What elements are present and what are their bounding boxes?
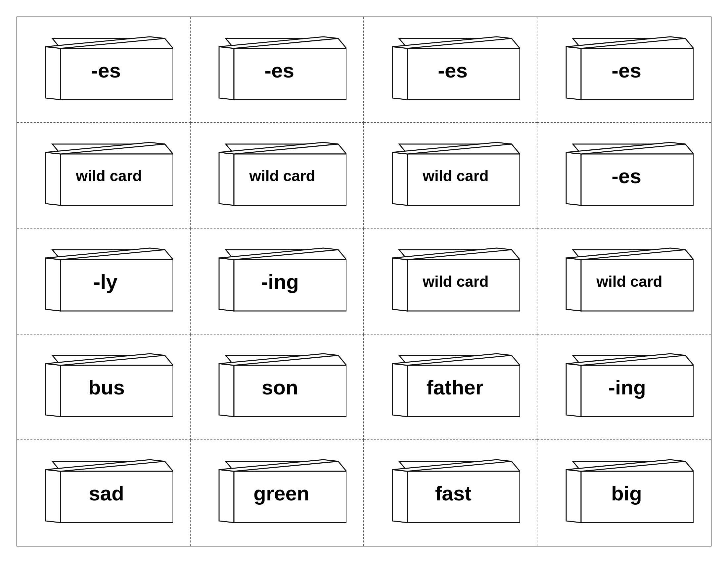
svg-marker-33 <box>46 258 61 311</box>
brick-label: big <box>611 482 642 505</box>
svg-marker-41 <box>392 258 407 311</box>
grid-cell-r5c1: sad <box>17 440 191 546</box>
svg-marker-21 <box>219 152 234 205</box>
brick-label: father <box>427 376 483 399</box>
brick-shape: -es <box>34 33 173 106</box>
brick-label: -es <box>91 59 121 82</box>
grid-cell-r3c1: -ly <box>17 228 191 334</box>
grid-cell-r4c2: son <box>191 335 364 440</box>
card-grid: -es -es <box>17 17 711 546</box>
svg-marker-37 <box>219 258 234 311</box>
brick-label: son <box>262 376 298 399</box>
brick-label: -es <box>612 164 641 188</box>
brick-shape: -es <box>555 33 694 106</box>
brick-label: wild card <box>76 167 142 185</box>
grid-cell-r3c4: wild card <box>537 228 711 334</box>
brick-label: wild card <box>423 167 488 185</box>
grid-cell-r1c1: -es <box>17 17 191 123</box>
grid-cell-r2c4: -es <box>537 123 711 228</box>
svg-marker-65 <box>46 470 61 523</box>
grid-cell-r1c2: -es <box>191 17 364 123</box>
brick-wrapper: -es <box>24 24 183 116</box>
brick-label: -es <box>438 59 468 82</box>
brick-shape: bus <box>34 351 173 423</box>
brick-label: -es <box>612 59 641 82</box>
brick-shape: son <box>207 351 346 423</box>
grid-cell-r5c2: green <box>191 440 364 546</box>
svg-marker-69 <box>219 470 234 523</box>
brick-wrapper: wild card <box>544 235 704 327</box>
grid-cell-r5c3: fast <box>364 440 537 546</box>
brick-wrapper: wild card <box>371 235 530 327</box>
brick-wrapper: bus <box>24 341 183 433</box>
brick-wrapper: green <box>197 447 357 539</box>
svg-marker-1 <box>46 47 61 100</box>
svg-marker-45 <box>566 258 581 311</box>
brick-shape: -es <box>207 33 346 106</box>
brick-shape: wild card <box>207 139 346 212</box>
svg-marker-73 <box>392 470 407 523</box>
brick-label: -ing <box>261 270 299 294</box>
svg-marker-77 <box>566 470 581 523</box>
brick-shape: -ing <box>207 245 346 318</box>
grid-cell-r2c3: wild card <box>364 123 537 228</box>
grid-cell-r1c4: -es <box>537 17 711 123</box>
brick-label: sad <box>89 482 124 505</box>
grid-cell-r4c1: bus <box>17 335 191 440</box>
svg-marker-29 <box>566 152 581 205</box>
brick-wrapper: fast <box>371 447 530 539</box>
brick-shape: big <box>555 456 694 529</box>
brick-shape: wild card <box>555 245 694 318</box>
svg-marker-17 <box>46 152 61 205</box>
svg-marker-57 <box>392 364 407 417</box>
brick-wrapper: -es <box>371 24 530 116</box>
brick-label: bus <box>88 376 125 399</box>
brick-shape: -es <box>555 139 694 212</box>
brick-label: wild card <box>596 272 662 291</box>
grid-cell-r2c1: wild card <box>17 123 191 228</box>
brick-wrapper: -ing <box>197 235 357 327</box>
brick-shape: green <box>207 456 346 529</box>
svg-marker-49 <box>46 364 61 417</box>
brick-label: fast <box>435 482 472 505</box>
brick-label: green <box>253 482 309 505</box>
grid-cell-r4c3: father <box>364 335 537 440</box>
brick-wrapper: big <box>544 447 704 539</box>
brick-shape: wild card <box>34 139 173 212</box>
brick-label: -ly <box>94 270 117 294</box>
brick-shape: wild card <box>381 139 520 212</box>
grid-cell-r4c4: -ing <box>537 335 711 440</box>
brick-label: wild card <box>249 167 315 185</box>
svg-marker-61 <box>566 364 581 417</box>
brick-shape: -es <box>381 33 520 106</box>
brick-shape: wild card <box>381 245 520 318</box>
brick-wrapper: -ing <box>544 341 704 433</box>
brick-wrapper: -es <box>544 129 704 221</box>
svg-marker-25 <box>392 152 407 205</box>
brick-wrapper: wild card <box>197 129 357 221</box>
brick-label: -es <box>264 59 294 82</box>
grid-cell-r3c3: wild card <box>364 228 537 334</box>
grid-cell-r3c2: -ing <box>191 228 364 334</box>
brick-wrapper: wild card <box>371 129 530 221</box>
brick-wrapper: sad <box>24 447 183 539</box>
brick-wrapper: -ly <box>24 235 183 327</box>
svg-marker-5 <box>219 47 234 100</box>
brick-label: wild card <box>423 272 488 291</box>
brick-wrapper: father <box>371 341 530 433</box>
brick-label: -ing <box>608 376 646 399</box>
svg-marker-13 <box>566 47 581 100</box>
grid-cell-r1c3: -es <box>364 17 537 123</box>
brick-shape: father <box>381 351 520 423</box>
grid-cell-r2c2: wild card <box>191 123 364 228</box>
brick-shape: -ly <box>34 245 173 318</box>
brick-wrapper: -es <box>197 24 357 116</box>
brick-shape: fast <box>381 456 520 529</box>
svg-marker-53 <box>219 364 234 417</box>
brick-wrapper: son <box>197 341 357 433</box>
brick-shape: -ing <box>555 351 694 423</box>
brick-wrapper: -es <box>544 24 704 116</box>
brick-wrapper: wild card <box>24 129 183 221</box>
svg-marker-9 <box>392 47 407 100</box>
grid-cell-r5c4: big <box>537 440 711 546</box>
